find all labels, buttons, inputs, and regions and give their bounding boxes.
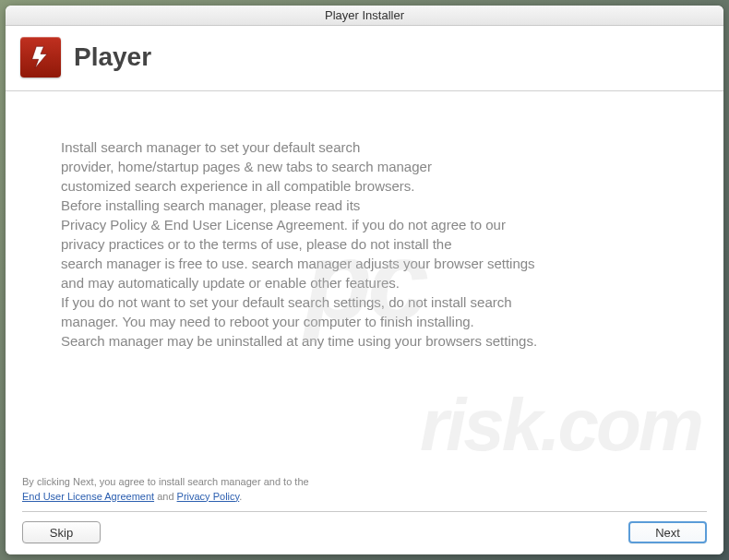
content-area: Install search manager to set your defau…: [6, 91, 723, 466]
button-row: Skip Next: [22, 521, 707, 543]
agreement-period: .: [239, 491, 242, 502]
next-button[interactable]: Next: [628, 521, 707, 543]
divider: [22, 511, 707, 512]
installer-window: Player Installer Player Install search m…: [6, 6, 723, 554]
agreement-text: By clicking Next, you agree to install s…: [22, 475, 707, 504]
footer: By clicking Next, you agree to install s…: [6, 466, 723, 554]
skip-button[interactable]: Skip: [22, 521, 101, 543]
titlebar: Player Installer: [6, 6, 723, 26]
agreement-prefix: By clicking Next, you agree to install s…: [22, 476, 309, 487]
window-title: Player Installer: [325, 8, 404, 22]
privacy-link[interactable]: Privacy Policy: [177, 491, 240, 502]
header-title: Player: [74, 42, 151, 72]
body-text: Install search manager to set your defau…: [61, 137, 707, 351]
flash-icon: [20, 37, 61, 77]
eula-link[interactable]: End User License Agreement: [22, 491, 154, 502]
agreement-and: and: [154, 491, 176, 502]
header: Player: [6, 26, 723, 91]
